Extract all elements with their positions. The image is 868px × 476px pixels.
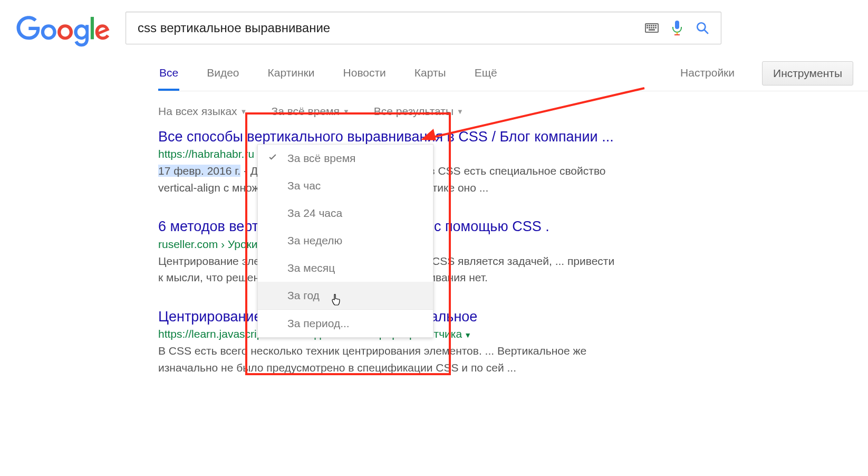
caret-down-icon: ▼ — [240, 108, 247, 116]
result-snippet: В CSS есть всего несколько техник центри… — [158, 342, 622, 376]
search-box[interactable] — [126, 12, 721, 44]
svg-rect-13 — [675, 21, 679, 29]
svg-rect-9 — [651, 27, 652, 28]
svg-rect-10 — [653, 27, 654, 28]
voice-search-icon[interactable] — [666, 17, 688, 39]
filter-label: За всё время — [271, 105, 339, 118]
svg-rect-5 — [653, 25, 654, 26]
filter-label: Все результаты — [374, 105, 454, 118]
svg-point-16 — [697, 23, 705, 31]
dropdown-item-month[interactable]: За месяц — [258, 254, 433, 282]
dropdown-item-all-time[interactable]: За всё время — [258, 145, 433, 172]
cursor-pointer-icon — [331, 293, 341, 307]
dropdown-item-range[interactable]: За период... — [258, 310, 433, 337]
caret-down-icon: ▼ — [343, 108, 350, 116]
filter-time[interactable]: За всё время▼ — [271, 105, 349, 118]
dropdown-item-week[interactable]: За неделю — [258, 227, 433, 254]
svg-rect-12 — [649, 29, 655, 31]
check-icon — [267, 152, 278, 163]
tab-settings[interactable]: Настройки — [679, 60, 736, 91]
caret-down-icon[interactable]: ▼ — [464, 331, 471, 339]
svg-rect-4 — [651, 25, 652, 26]
tools-button[interactable]: Инструменты — [762, 61, 853, 85]
dropdown-item-hour[interactable]: За час — [258, 172, 433, 199]
svg-rect-6 — [655, 25, 657, 26]
svg-rect-3 — [649, 25, 650, 26]
caret-down-icon: ▼ — [457, 108, 464, 116]
result-title-link[interactable]: Все способы вертикального выравнивания в… — [158, 129, 614, 145]
tab-video[interactable]: Видео — [206, 60, 240, 91]
tab-more[interactable]: Ещё — [474, 60, 498, 91]
search-input[interactable] — [138, 21, 638, 35]
filter-label: На всех языках — [158, 105, 237, 118]
tab-all[interactable]: Все — [158, 60, 179, 91]
svg-rect-11 — [655, 27, 657, 28]
search-icon[interactable] — [691, 17, 713, 39]
dropdown-item-24h[interactable]: За 24 часа — [258, 199, 433, 227]
result-date: 17 февр. 2016 г. — [158, 165, 240, 177]
tab-news[interactable]: Новости — [342, 60, 387, 91]
svg-rect-2 — [647, 25, 648, 26]
filter-results[interactable]: Все результаты▼ — [374, 105, 464, 118]
time-filter-dropdown: За всё время За час За 24 часа За неделю… — [257, 144, 433, 338]
dropdown-item-year[interactable]: За год — [258, 282, 433, 309]
svg-rect-8 — [649, 27, 650, 28]
svg-rect-7 — [647, 27, 648, 28]
tab-maps[interactable]: Карты — [413, 60, 447, 91]
filter-language[interactable]: На всех языках▼ — [158, 105, 247, 118]
tab-images[interactable]: Картинки — [267, 60, 316, 91]
svg-line-17 — [704, 30, 708, 34]
keyboard-icon[interactable] — [641, 17, 663, 39]
google-logo[interactable] — [16, 16, 111, 50]
